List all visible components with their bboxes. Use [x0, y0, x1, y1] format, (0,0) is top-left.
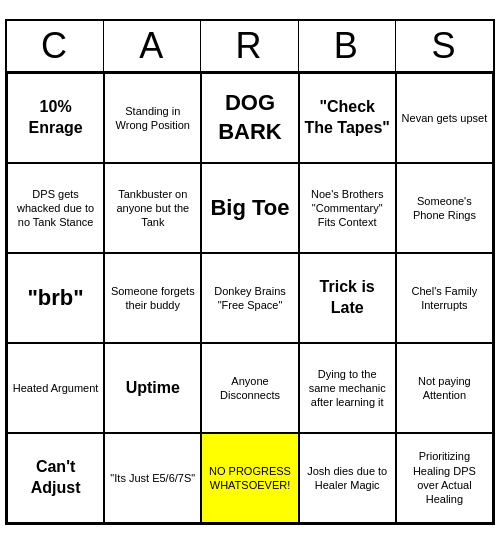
- header-letter-a: A: [104, 21, 201, 71]
- bingo-cell-5: DPS gets whacked due to no Tank Stance: [7, 163, 104, 253]
- bingo-cell-16: Uptime: [104, 343, 201, 433]
- bingo-cell-9: Someone's Phone Rings: [396, 163, 493, 253]
- bingo-cell-21: "Its Just E5/6/7S": [104, 433, 201, 523]
- bingo-cell-15: Heated Argument: [7, 343, 104, 433]
- header-letter-c: C: [7, 21, 104, 71]
- bingo-cell-12: Donkey Brains "Free Space": [201, 253, 298, 343]
- bingo-cell-19: Not paying Attention: [396, 343, 493, 433]
- bingo-cell-18: Dying to the same mechanic after learnin…: [299, 343, 396, 433]
- bingo-cell-23: Josh dies due to Healer Magic: [299, 433, 396, 523]
- bingo-cell-4: Nevan gets upset: [396, 73, 493, 163]
- bingo-cell-8: Noe's Brothers "Commentary" Fits Context: [299, 163, 396, 253]
- bingo-cell-10: "brb": [7, 253, 104, 343]
- header-letter-s: S: [396, 21, 493, 71]
- bingo-cell-17: Anyone Disconnects: [201, 343, 298, 433]
- bingo-cell-22: NO PROGRESS WHATSOEVER!: [201, 433, 298, 523]
- bingo-cell-24: Prioritizing Healing DPS over Actual Hea…: [396, 433, 493, 523]
- bingo-cell-7: Big Toe: [201, 163, 298, 253]
- bingo-cell-13: Trick is Late: [299, 253, 396, 343]
- bingo-grid: 10% EnrageStanding in Wrong PositionDOG …: [7, 73, 493, 523]
- bingo-cell-11: Someone forgets their buddy: [104, 253, 201, 343]
- bingo-cell-2: DOG BARK: [201, 73, 298, 163]
- bingo-header: CARBS: [7, 21, 493, 73]
- bingo-cell-0: 10% Enrage: [7, 73, 104, 163]
- bingo-cell-6: Tankbuster on anyone but the Tank: [104, 163, 201, 253]
- header-letter-b: B: [299, 21, 396, 71]
- bingo-cell-14: Chel's Family Interrupts: [396, 253, 493, 343]
- bingo-cell-1: Standing in Wrong Position: [104, 73, 201, 163]
- header-letter-r: R: [201, 21, 298, 71]
- bingo-cell-3: "Check The Tapes": [299, 73, 396, 163]
- bingo-card: CARBS 10% EnrageStanding in Wrong Positi…: [5, 19, 495, 525]
- bingo-cell-20: Can't Adjust: [7, 433, 104, 523]
